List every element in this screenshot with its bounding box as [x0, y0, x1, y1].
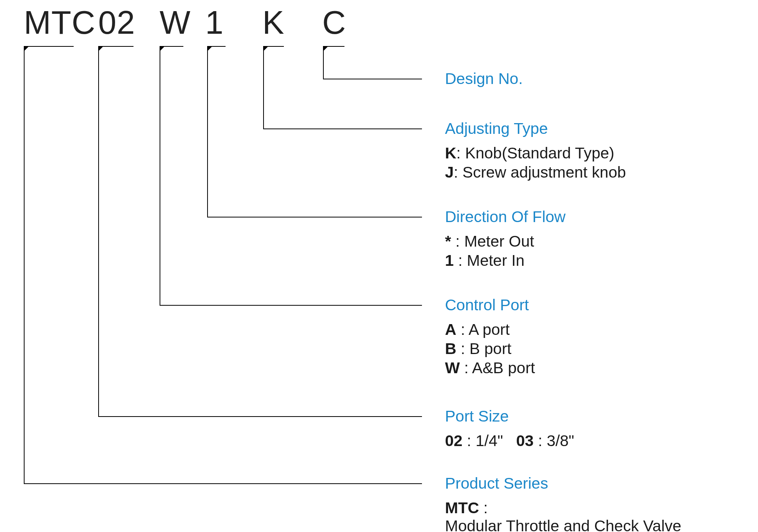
- adjusting-opt-2: J: Screw adjustment knob: [445, 163, 626, 181]
- val: : B port: [456, 340, 512, 357]
- key: MTC: [445, 499, 479, 517]
- lead-6: [323, 79, 422, 79]
- tick-3: [160, 46, 165, 51]
- flow-opt-1: * : Meter Out: [445, 232, 534, 250]
- flow-opt-2: 1 : Meter In: [445, 252, 524, 270]
- val: : A port: [456, 321, 510, 338]
- val: :: [479, 499, 488, 517]
- port-size-line: 02 : 1/4" 03 : 3/8": [445, 432, 574, 450]
- control-opt-3: W : A&B port: [445, 359, 535, 377]
- key: W: [445, 359, 460, 377]
- drop-4: [207, 46, 208, 217]
- val1: : 1/4": [463, 432, 503, 450]
- val: : Meter Out: [451, 232, 534, 250]
- drop-1: [24, 46, 25, 484]
- lead-2: [98, 416, 422, 417]
- key: A: [445, 321, 456, 338]
- drop-5: [263, 46, 264, 129]
- code-seg-6: C: [322, 4, 346, 41]
- key: *: [445, 232, 451, 250]
- lead-3: [160, 305, 422, 306]
- title-product-series: Product Series: [445, 474, 548, 492]
- drop-6: [323, 46, 324, 79]
- lead-4: [207, 217, 422, 217]
- title-control-port: Control Port: [445, 296, 529, 314]
- drop-3: [160, 46, 160, 306]
- product-series-desc: Modular Throttle and Check Valve: [445, 517, 681, 532]
- cap-1: [24, 46, 74, 47]
- code-seg-1: MTC: [24, 4, 96, 41]
- tick-2: [98, 46, 104, 51]
- lead-5: [263, 128, 422, 129]
- tick-1: [24, 46, 29, 51]
- drop-2: [98, 46, 99, 417]
- key1: 02: [445, 432, 463, 450]
- code-seg-5: K: [262, 4, 285, 41]
- key: 1: [445, 252, 454, 269]
- cap-4: [207, 46, 226, 47]
- ordering-code-diagram: MTC 02 W 1 K C Design No. Adjusting Type…: [0, 0, 758, 532]
- control-opt-2: B : B port: [445, 340, 511, 358]
- lead-1: [24, 483, 422, 484]
- title-port-size: Port Size: [445, 407, 509, 425]
- cap-5: [263, 46, 284, 47]
- cap-6: [323, 46, 344, 47]
- val: : Knob(Standard Type): [456, 144, 615, 162]
- cap-2: [98, 46, 133, 47]
- val2: : 3/8": [534, 432, 574, 450]
- code-seg-4: 1: [205, 4, 224, 41]
- val: : Meter In: [454, 252, 525, 269]
- product-series-key: MTC :: [445, 499, 488, 517]
- cap-3: [160, 46, 183, 47]
- val: : Screw adjustment knob: [454, 163, 626, 181]
- tick-4: [207, 46, 213, 51]
- tick-5: [263, 46, 269, 51]
- adjusting-opt-1: K: Knob(Standard Type): [445, 144, 614, 162]
- title-direction-of-flow: Direction Of Flow: [445, 208, 565, 226]
- tick-6: [323, 46, 328, 51]
- control-opt-1: A : A port: [445, 321, 510, 339]
- val: : A&B port: [460, 359, 535, 377]
- key: B: [445, 340, 456, 357]
- title-design-no: Design No.: [445, 70, 523, 88]
- key: K: [445, 144, 456, 162]
- title-adjusting-type: Adjusting Type: [445, 120, 548, 138]
- code-seg-3: W: [160, 4, 191, 41]
- code-seg-2: 02: [98, 4, 135, 41]
- key: J: [445, 163, 454, 181]
- key2: 03: [516, 432, 534, 450]
